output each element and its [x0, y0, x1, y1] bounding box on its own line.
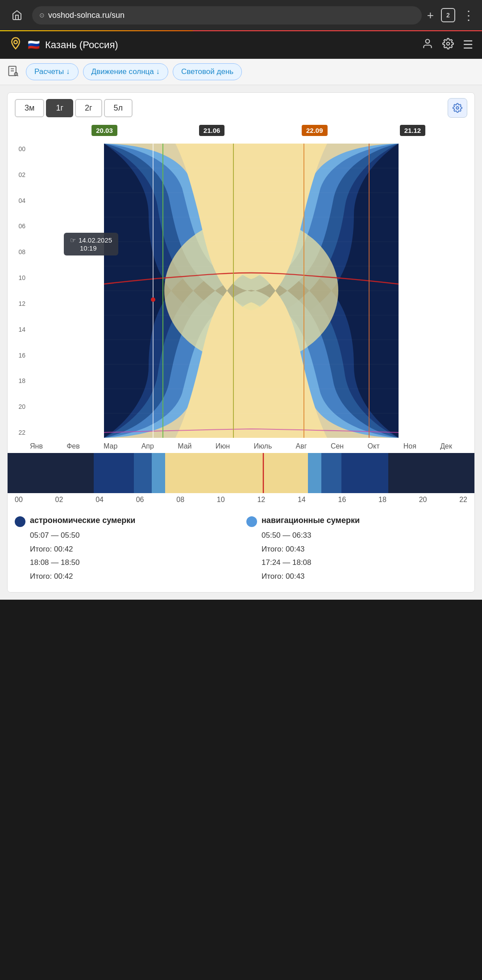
- new-tab-button[interactable]: +: [427, 8, 434, 22]
- month-aug: Авг: [296, 442, 307, 450]
- nav-calculations-button[interactable]: Расчеты ↓: [26, 63, 79, 80]
- legend-time-astro-1: 05:07 — 05:50: [30, 529, 236, 543]
- svg-rect-32: [321, 453, 341, 493]
- hour-08: 08: [176, 496, 184, 504]
- legend-times-navigational: 05:50 — 06:33 Итого: 00:43 17:24 — 18:08…: [246, 529, 467, 583]
- hour-14: 14: [298, 496, 306, 504]
- main-content: 3м 1г 2г 5л 20.03 21.06 22.09: [0, 85, 482, 600]
- location-icon: [9, 37, 22, 53]
- y-label-12: 12: [8, 300, 28, 307]
- svg-point-16: [151, 297, 155, 302]
- svg-rect-33: [152, 453, 165, 493]
- date-markers-row: 20.03 21.06 22.09 21.12: [8, 123, 474, 144]
- month-dec: Дек: [440, 442, 452, 450]
- y-label-02: 02: [8, 171, 28, 178]
- period-buttons: 3м 1г 2г 5л: [8, 93, 474, 123]
- y-label-10: 10: [8, 274, 28, 281]
- month-jan: Янв: [30, 442, 43, 450]
- legend-title-astronomical: астрономические сумерки: [30, 515, 135, 526]
- legend-dot-navigational: [246, 516, 257, 527]
- month-jun: Июн: [216, 442, 230, 450]
- browser-menu-button[interactable]: ⋮: [462, 8, 475, 23]
- legend-astronomical: астрономические сумерки 05:07 — 05:50 Ит…: [15, 515, 236, 583]
- header-actions: ☰: [422, 38, 473, 52]
- svg-rect-29: [94, 453, 134, 493]
- chart-settings-button[interactable]: [448, 98, 467, 118]
- legend-time-nav-4: Итого: 00:43: [262, 570, 467, 584]
- month-mar: Мар: [104, 442, 117, 450]
- hour-02: 02: [55, 496, 63, 504]
- period-2y-button[interactable]: 2г: [75, 99, 102, 117]
- home-button[interactable]: [7, 5, 27, 25]
- mini-chart-svg: [8, 453, 474, 493]
- browser-actions: + 2 ⋮: [427, 8, 475, 23]
- hour-00: 00: [15, 496, 23, 504]
- svg-rect-34: [308, 453, 321, 493]
- svg-point-2: [447, 42, 450, 45]
- y-label-22: 22: [8, 429, 28, 436]
- flag-icon: 🇷🇺: [28, 39, 40, 51]
- svg-point-0: [14, 41, 17, 44]
- month-feb: Фев: [66, 442, 80, 450]
- chart-with-yaxis: 00 02 04 06 08 10 12 14 16 18 20 22: [8, 144, 474, 440]
- browser-chrome: ⊙ voshod-solnca.ru/sun + 2 ⋮: [0, 0, 482, 31]
- legend-dot-astronomical: [15, 516, 25, 527]
- month-apr: Апр: [141, 442, 154, 450]
- hour-16: 16: [338, 496, 346, 504]
- date-marker-21-12: 21.12: [400, 125, 426, 136]
- period-1y-button[interactable]: 1г: [46, 99, 73, 117]
- hour-12: 12: [257, 496, 265, 504]
- mini-chart[interactable]: [8, 453, 474, 493]
- period-5y-button[interactable]: 5л: [104, 99, 133, 117]
- hour-06: 06: [136, 496, 144, 504]
- hamburger-menu-icon[interactable]: ☰: [463, 38, 473, 52]
- chart-area[interactable]: ☞14.02.2025 10:19: [28, 144, 474, 440]
- month-sep: Сен: [331, 442, 344, 450]
- legend-time-nav-2: Итого: 00:43: [262, 543, 467, 556]
- tab-count[interactable]: 2: [441, 8, 455, 22]
- date-marker-22-09: 22.09: [302, 125, 328, 136]
- sun-chart-container[interactable]: 20.03 21.06 22.09 21.12 00 02 04 06 08: [8, 123, 474, 506]
- month-jul: Июль: [253, 442, 272, 450]
- nav-bar: Расчеты ↓ Движение солнца ↓ Световой ден…: [0, 59, 482, 85]
- sun-svg-chart: [28, 144, 474, 438]
- date-marker-20-03: 20.03: [91, 125, 117, 136]
- legend-times-astronomical: 05:07 — 05:50 Итого: 00:42 18:08 — 18:50…: [15, 529, 236, 583]
- y-label-06: 06: [8, 222, 28, 230]
- nav-daylight-button[interactable]: Световой день: [173, 63, 242, 80]
- svg-point-1: [426, 39, 430, 43]
- month-nov: Ноя: [403, 442, 416, 450]
- legend-time-nav-1: 05:50 — 06:33: [262, 529, 467, 543]
- settings-icon[interactable]: [442, 38, 454, 52]
- legend-time-nav-3: 17:24 — 18:08: [262, 556, 467, 570]
- svg-rect-35: [165, 453, 308, 493]
- hour-04: 04: [96, 496, 104, 504]
- y-label-00: 00: [8, 145, 28, 152]
- svg-line-7: [17, 75, 18, 76]
- month-may: Май: [178, 442, 191, 450]
- hour-10: 10: [217, 496, 225, 504]
- y-label-18: 18: [8, 377, 28, 384]
- legend-title-navigational: навигационные сумерки: [262, 515, 360, 526]
- y-label-20: 20: [8, 403, 28, 410]
- y-label-16: 16: [8, 352, 28, 359]
- y-label-14: 14: [8, 326, 28, 333]
- address-bar[interactable]: ⊙ voshod-solnca.ru/sun: [32, 6, 422, 25]
- legend-time-astro-4: Итого: 00:42: [30, 570, 236, 584]
- hour-22: 22: [459, 496, 467, 504]
- month-axis: Янв Фев Мар Апр Май Июн Июль Авг Сен Окт…: [8, 440, 474, 453]
- y-label-08: 08: [8, 248, 28, 255]
- hour-axis: 00 02 04 06 08 10 12 14 16 18 20 22: [8, 493, 474, 506]
- chart-card: 3м 1г 2г 5л 20.03 21.06 22.09: [7, 92, 475, 593]
- city-name: Казань (Россия): [45, 39, 416, 51]
- svg-rect-31: [134, 453, 152, 493]
- period-3m-button[interactable]: 3м: [15, 99, 44, 117]
- legend-time-astro-2: Итого: 00:42: [30, 543, 236, 556]
- nav-sun-movement-button[interactable]: Движение солнца ↓: [83, 63, 168, 80]
- legend-time-astro-3: 18:08 — 18:50: [30, 556, 236, 570]
- legend-navigational: навигационные сумерки 05:50 — 06:33 Итог…: [246, 515, 467, 583]
- site-security-icon: ⊙: [39, 12, 45, 19]
- y-label-04: 04: [8, 197, 28, 204]
- user-icon[interactable]: [422, 38, 433, 52]
- legend-section: астрономические сумерки 05:07 — 05:50 Ит…: [8, 506, 474, 592]
